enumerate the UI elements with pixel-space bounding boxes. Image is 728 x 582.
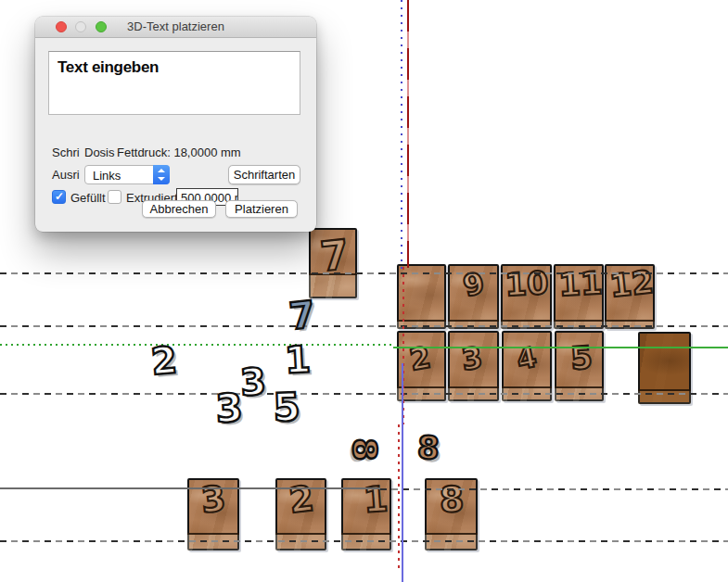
floating-number[interactable]: 7 bbox=[287, 296, 317, 335]
filled-checkbox[interactable] bbox=[52, 190, 66, 204]
floating-number[interactable]: 3 bbox=[214, 388, 243, 428]
axis-line-vertical bbox=[398, 424, 400, 573]
block-number: 2 bbox=[287, 481, 315, 519]
wood-block-bottom-strip bbox=[555, 386, 604, 401]
block-number: 1 bbox=[362, 481, 389, 518]
block-number: 12 bbox=[608, 266, 656, 302]
floating-number[interactable]: 2 bbox=[149, 341, 178, 380]
wood-block-bottom-strip bbox=[605, 320, 655, 329]
wood-block-bottom-strip bbox=[425, 533, 478, 550]
wood-block[interactable]: 10 bbox=[501, 264, 552, 329]
wood-block[interactable]: 3 bbox=[448, 331, 499, 401]
block-number: 5 bbox=[569, 341, 594, 374]
wood-block[interactable]: 11 bbox=[554, 264, 604, 329]
cancel-button[interactable]: Abbrechen bbox=[142, 200, 216, 218]
axis-line-vertical bbox=[401, 0, 402, 269]
wood-block-bottom-strip bbox=[501, 320, 552, 329]
block-number: 4 bbox=[515, 343, 540, 374]
block-number: 10 bbox=[504, 267, 549, 300]
wood-block[interactable]: 7 bbox=[309, 228, 357, 298]
axis-line-vertical bbox=[407, 0, 409, 268]
wood-block-bottom-strip bbox=[554, 320, 604, 329]
block-number: 11 bbox=[557, 267, 603, 300]
dialog-title: 3D-Text platzieren bbox=[35, 19, 316, 33]
wood-block[interactable]: 5 bbox=[555, 331, 604, 401]
guide-line-horizontal bbox=[0, 393, 728, 395]
app-window: 791011122345321872133588 3D-Text platzie… bbox=[0, 0, 728, 582]
wood-block-bottom-strip bbox=[341, 533, 391, 550]
wood-block[interactable]: 4 bbox=[502, 331, 552, 401]
floating-number[interactable]: 3 bbox=[239, 362, 268, 401]
wood-block[interactable]: 8 bbox=[425, 478, 478, 550]
wood-block[interactable] bbox=[397, 264, 446, 329]
wood-block-bottom-strip bbox=[638, 389, 691, 404]
fonts-button[interactable]: Schriftarten bbox=[228, 165, 300, 184]
wood-block-bottom-strip bbox=[397, 386, 446, 401]
wood-block-bottom-strip bbox=[187, 533, 239, 550]
dialog-3d-text-platzieren: 3D-Text platzieren Text eingeben Schri D… bbox=[35, 17, 316, 232]
block-number: 3 bbox=[199, 481, 227, 519]
block-number: 3 bbox=[459, 343, 484, 375]
guide-line-horizontal bbox=[0, 344, 395, 346]
wood-block[interactable]: 9 bbox=[448, 264, 499, 329]
floating-number[interactable]: 5 bbox=[273, 388, 301, 428]
block-number: 9 bbox=[460, 268, 487, 301]
floating-number[interactable]: 8 bbox=[416, 431, 440, 463]
wood-block[interactable]: 12 bbox=[605, 264, 655, 329]
floating-number[interactable]: 8 bbox=[348, 437, 381, 461]
dialog-titlebar[interactable]: 3D-Text platzieren bbox=[35, 17, 316, 38]
wood-block-bottom-strip bbox=[502, 386, 552, 401]
wood-block-bottom-strip bbox=[448, 386, 499, 401]
font-name-value: Dosis bbox=[84, 146, 115, 159]
font-weight-size-value: Fettdruck: 18,0000 mm bbox=[117, 146, 241, 159]
wood-block[interactable] bbox=[638, 332, 691, 404]
wood-block-bottom-strip bbox=[448, 320, 499, 329]
block-number: 2 bbox=[407, 342, 432, 374]
align-label: Ausri bbox=[52, 168, 80, 182]
text-input-area[interactable]: Text eingeben bbox=[48, 51, 300, 115]
place-button[interactable]: Platzieren bbox=[225, 200, 298, 218]
align-dropdown-value: Links bbox=[93, 169, 121, 183]
extruded-checkbox[interactable] bbox=[108, 190, 121, 204]
block-number: 7 bbox=[318, 234, 351, 278]
font-label: Schri bbox=[52, 146, 80, 159]
wood-block-bottom-strip bbox=[397, 320, 446, 329]
wood-block[interactable]: 2 bbox=[275, 478, 326, 550]
dropdown-stepper-icon[interactable] bbox=[153, 165, 170, 184]
wood-block[interactable]: 1 bbox=[341, 478, 391, 550]
floating-number[interactable]: 1 bbox=[284, 340, 312, 378]
filled-label: Gefüllt bbox=[70, 191, 106, 205]
wood-block[interactable]: 3 bbox=[187, 478, 239, 550]
text-input-value: Text eingeben bbox=[49, 52, 300, 77]
align-dropdown[interactable]: Links bbox=[84, 165, 170, 184]
wood-block-bottom-strip bbox=[275, 533, 326, 550]
wood-block[interactable]: 2 bbox=[397, 331, 446, 401]
block-number: 8 bbox=[438, 481, 464, 517]
